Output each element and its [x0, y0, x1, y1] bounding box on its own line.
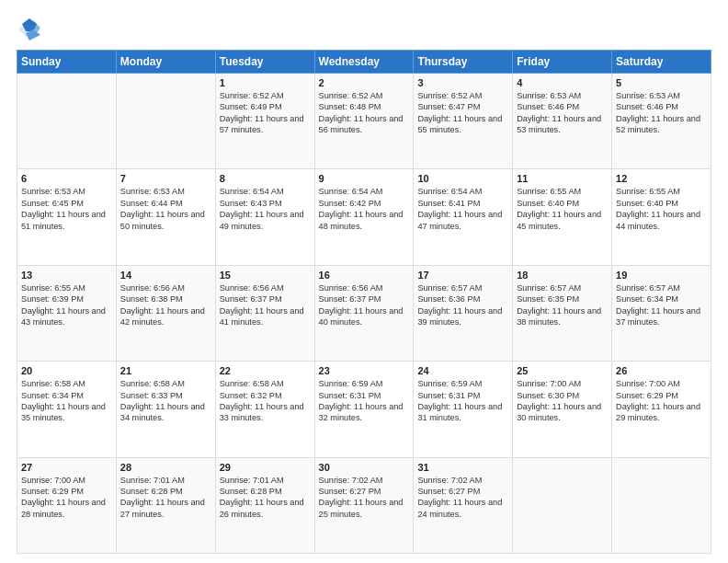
calendar-cell: 7Sunrise: 6:53 AM Sunset: 6:44 PM Daylig… — [116, 169, 215, 265]
calendar-cell: 25Sunrise: 7:00 AM Sunset: 6:30 PM Dayli… — [513, 362, 612, 457]
calendar-cell: 8Sunrise: 6:54 AM Sunset: 6:43 PM Daylig… — [215, 169, 314, 265]
calendar-cell: 13Sunrise: 6:55 AM Sunset: 6:39 PM Dayli… — [17, 265, 117, 361]
day-number: 2 — [319, 77, 410, 88]
weekday-header-monday: Monday — [116, 51, 215, 74]
cell-info: Sunrise: 6:58 AM Sunset: 6:32 PM Dayligh… — [220, 378, 311, 424]
calendar-cell: 30Sunrise: 7:02 AM Sunset: 6:27 PM Dayli… — [314, 457, 414, 553]
calendar-cell — [17, 74, 117, 169]
weekday-header-row: SundayMondayTuesdayWednesdayThursdayFrid… — [17, 51, 711, 74]
day-number: 5 — [616, 77, 707, 88]
calendar-week-row: 13Sunrise: 6:55 AM Sunset: 6:39 PM Dayli… — [17, 265, 711, 361]
calendar-cell — [612, 457, 711, 553]
calendar-week-row: 1Sunrise: 6:52 AM Sunset: 6:49 PM Daylig… — [17, 74, 711, 169]
calendar-cell: 24Sunrise: 6:59 AM Sunset: 6:31 PM Dayli… — [414, 362, 513, 457]
cell-info: Sunrise: 7:00 AM Sunset: 6:29 PM Dayligh… — [21, 475, 112, 521]
calendar-week-row: 6Sunrise: 6:53 AM Sunset: 6:45 PM Daylig… — [17, 169, 711, 265]
day-number: 20 — [21, 365, 112, 376]
cell-info: Sunrise: 6:56 AM Sunset: 6:37 PM Dayligh… — [220, 282, 311, 328]
cell-info: Sunrise: 6:57 AM Sunset: 6:36 PM Dayligh… — [417, 282, 508, 328]
day-number: 28 — [120, 462, 211, 473]
calendar-cell: 2Sunrise: 6:52 AM Sunset: 6:48 PM Daylig… — [314, 74, 414, 169]
cell-info: Sunrise: 6:53 AM Sunset: 6:45 PM Dayligh… — [21, 186, 112, 232]
cell-info: Sunrise: 6:52 AM Sunset: 6:47 PM Dayligh… — [417, 90, 508, 136]
cell-info: Sunrise: 7:00 AM Sunset: 6:29 PM Dayligh… — [616, 378, 707, 424]
cell-info: Sunrise: 6:54 AM Sunset: 6:41 PM Dayligh… — [417, 186, 508, 232]
calendar-cell: 3Sunrise: 6:52 AM Sunset: 6:47 PM Daylig… — [414, 74, 513, 169]
cell-info: Sunrise: 6:53 AM Sunset: 6:46 PM Dayligh… — [616, 90, 707, 136]
day-number: 7 — [120, 173, 211, 184]
day-number: 27 — [21, 462, 112, 473]
day-number: 31 — [417, 462, 508, 473]
cell-info: Sunrise: 6:56 AM Sunset: 6:37 PM Dayligh… — [319, 282, 410, 328]
calendar-cell: 28Sunrise: 7:01 AM Sunset: 6:28 PM Dayli… — [116, 457, 215, 553]
day-number: 10 — [417, 173, 508, 184]
day-number: 6 — [21, 173, 112, 184]
calendar-cell: 19Sunrise: 6:57 AM Sunset: 6:34 PM Dayli… — [612, 265, 711, 361]
day-number: 23 — [319, 365, 410, 376]
weekday-header-tuesday: Tuesday — [215, 51, 314, 74]
calendar-cell: 4Sunrise: 6:53 AM Sunset: 6:46 PM Daylig… — [513, 74, 612, 169]
day-number: 17 — [417, 270, 508, 281]
cell-info: Sunrise: 6:56 AM Sunset: 6:38 PM Dayligh… — [120, 282, 211, 328]
day-number: 21 — [120, 365, 211, 376]
header — [17, 17, 711, 42]
calendar-cell: 9Sunrise: 6:54 AM Sunset: 6:42 PM Daylig… — [314, 169, 414, 265]
cell-info: Sunrise: 6:57 AM Sunset: 6:35 PM Dayligh… — [517, 282, 608, 328]
day-number: 25 — [517, 365, 608, 376]
calendar-cell — [513, 457, 612, 553]
day-number: 3 — [417, 77, 508, 88]
cell-info: Sunrise: 7:02 AM Sunset: 6:27 PM Dayligh… — [319, 475, 410, 521]
calendar-cell: 14Sunrise: 6:56 AM Sunset: 6:38 PM Dayli… — [116, 265, 215, 361]
calendar-cell: 5Sunrise: 6:53 AM Sunset: 6:46 PM Daylig… — [612, 74, 711, 169]
logo-icon — [17, 17, 42, 42]
calendar-week-row: 27Sunrise: 7:00 AM Sunset: 6:29 PM Dayli… — [17, 457, 711, 553]
calendar-cell: 27Sunrise: 7:00 AM Sunset: 6:29 PM Dayli… — [17, 457, 117, 553]
day-number: 16 — [319, 270, 410, 281]
day-number: 8 — [220, 173, 311, 184]
calendar-cell: 20Sunrise: 6:58 AM Sunset: 6:34 PM Dayli… — [17, 362, 117, 457]
calendar-cell: 6Sunrise: 6:53 AM Sunset: 6:45 PM Daylig… — [17, 169, 117, 265]
day-number: 30 — [319, 462, 410, 473]
calendar-cell: 17Sunrise: 6:57 AM Sunset: 6:36 PM Dayli… — [414, 265, 513, 361]
day-number: 11 — [517, 173, 608, 184]
cell-info: Sunrise: 6:54 AM Sunset: 6:42 PM Dayligh… — [319, 186, 410, 232]
calendar-cell: 18Sunrise: 6:57 AM Sunset: 6:35 PM Dayli… — [513, 265, 612, 361]
calendar-table: SundayMondayTuesdayWednesdayThursdayFrid… — [17, 50, 711, 554]
weekday-header-thursday: Thursday — [414, 51, 513, 74]
calendar-cell: 15Sunrise: 6:56 AM Sunset: 6:37 PM Dayli… — [215, 265, 314, 361]
calendar-week-row: 20Sunrise: 6:58 AM Sunset: 6:34 PM Dayli… — [17, 362, 711, 457]
cell-info: Sunrise: 6:55 AM Sunset: 6:40 PM Dayligh… — [517, 186, 608, 232]
cell-info: Sunrise: 6:54 AM Sunset: 6:43 PM Dayligh… — [220, 186, 311, 232]
cell-info: Sunrise: 6:55 AM Sunset: 6:40 PM Dayligh… — [616, 186, 707, 232]
calendar-cell: 10Sunrise: 6:54 AM Sunset: 6:41 PM Dayli… — [414, 169, 513, 265]
calendar-cell: 23Sunrise: 6:59 AM Sunset: 6:31 PM Dayli… — [314, 362, 414, 457]
day-number: 15 — [220, 270, 311, 281]
calendar-cell: 1Sunrise: 6:52 AM Sunset: 6:49 PM Daylig… — [215, 74, 314, 169]
page: SundayMondayTuesdayWednesdayThursdayFrid… — [0, 0, 728, 563]
calendar-cell: 12Sunrise: 6:55 AM Sunset: 6:40 PM Dayli… — [612, 169, 711, 265]
cell-info: Sunrise: 6:57 AM Sunset: 6:34 PM Dayligh… — [616, 282, 707, 328]
day-number: 18 — [517, 270, 608, 281]
day-number: 26 — [616, 365, 707, 376]
day-number: 29 — [220, 462, 311, 473]
cell-info: Sunrise: 6:58 AM Sunset: 6:33 PM Dayligh… — [120, 378, 211, 424]
cell-info: Sunrise: 6:58 AM Sunset: 6:34 PM Dayligh… — [21, 378, 112, 424]
calendar-cell: 22Sunrise: 6:58 AM Sunset: 6:32 PM Dayli… — [215, 362, 314, 457]
day-number: 22 — [220, 365, 311, 376]
cell-info: Sunrise: 6:59 AM Sunset: 6:31 PM Dayligh… — [319, 378, 410, 424]
calendar-cell: 16Sunrise: 6:56 AM Sunset: 6:37 PM Dayli… — [314, 265, 414, 361]
cell-info: Sunrise: 6:52 AM Sunset: 6:49 PM Dayligh… — [220, 90, 311, 136]
cell-info: Sunrise: 6:59 AM Sunset: 6:31 PM Dayligh… — [417, 378, 508, 424]
day-number: 9 — [319, 173, 410, 184]
cell-info: Sunrise: 7:01 AM Sunset: 6:28 PM Dayligh… — [220, 475, 311, 521]
calendar-cell: 29Sunrise: 7:01 AM Sunset: 6:28 PM Dayli… — [215, 457, 314, 553]
weekday-header-saturday: Saturday — [612, 51, 711, 74]
day-number: 13 — [21, 270, 112, 281]
cell-info: Sunrise: 7:02 AM Sunset: 6:27 PM Dayligh… — [417, 475, 508, 521]
calendar-cell — [116, 74, 215, 169]
calendar-cell: 26Sunrise: 7:00 AM Sunset: 6:29 PM Dayli… — [612, 362, 711, 457]
day-number: 24 — [417, 365, 508, 376]
logo — [17, 17, 46, 42]
cell-info: Sunrise: 6:52 AM Sunset: 6:48 PM Dayligh… — [319, 90, 410, 136]
day-number: 1 — [220, 77, 311, 88]
